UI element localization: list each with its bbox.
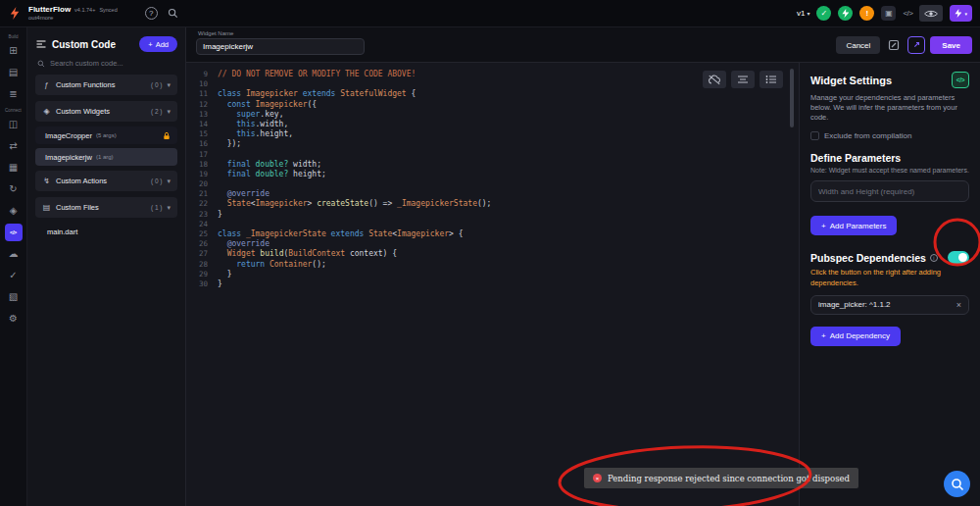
code-line[interactable]: 14 this.width,: [186, 120, 799, 129]
line-number: 15: [186, 129, 218, 139]
main-area: Widget Name Cancel Save 9// DO NOT REMOV: [186, 27, 980, 506]
code-line[interactable]: 16 });: [186, 139, 799, 149]
nav-settings-icon[interactable]: ⚙: [5, 310, 23, 328]
search-input[interactable]: [50, 59, 175, 68]
widget-name: Imagepickerjw: [45, 153, 92, 162]
align-lines-icon: [737, 75, 749, 84]
version-dropdown[interactable]: v1 ▾: [797, 9, 809, 18]
code-line[interactable]: 19 final double? height;: [186, 170, 799, 179]
cancel-button[interactable]: Cancel: [836, 36, 880, 54]
code-line[interactable]: 26 @override: [186, 239, 799, 249]
exclude-compilation-row: Exclude from compilation: [810, 131, 969, 140]
code-view-icon[interactable]: </>: [903, 9, 912, 18]
code-text: }: [218, 279, 222, 289]
code-line[interactable]: 25class _ImagepickerState extends State<…: [186, 229, 799, 239]
code-text: // DO NOT REMOVE OR MODIFY THE CODE ABOV…: [218, 70, 416, 79]
code-line[interactable]: 28 return Container();: [186, 260, 799, 270]
code-line[interactable]: 11class Imagepicker extends StatefulWidg…: [186, 89, 799, 99]
nav-integrations-icon[interactable]: ◈: [5, 202, 23, 220]
code-lines: 9// DO NOT REMOVE OR MODIFY THE CODE ABO…: [186, 63, 799, 289]
save-button[interactable]: Save: [930, 36, 972, 54]
nav-database-icon[interactable]: ◫: [5, 116, 23, 133]
section-custom-files[interactable]: ▤ Custom Files ( 1 ) ▾: [35, 197, 177, 218]
code-line[interactable]: 29 }: [186, 270, 799, 279]
code-line[interactable]: 22 State<Imagepicker> createState() => _…: [186, 199, 799, 209]
toast-message: Pending response rejected since connecti…: [608, 474, 850, 483]
file-item-maindart[interactable]: main.dart: [35, 223, 177, 240]
code-line[interactable]: 30}: [186, 279, 799, 289]
open-preview-button[interactable]: [907, 36, 925, 54]
status-ok-icon[interactable]: ✓: [816, 6, 831, 21]
remove-dependency-icon[interactable]: ×: [956, 300, 961, 310]
nav-api-calls-icon[interactable]: ⇄: [5, 137, 23, 155]
editor-scrollbar[interactable]: [790, 69, 794, 127]
code-line[interactable]: 24: [186, 220, 799, 229]
run-status-icon[interactable]: [838, 6, 853, 21]
exclude-compilation-checkbox[interactable]: [810, 131, 819, 140]
section-count: ( 1 ): [151, 204, 163, 211]
add-parameters-button[interactable]: + Add Parameters: [810, 216, 897, 235]
line-number: 21: [186, 189, 218, 199]
zoom-button[interactable]: [944, 471, 970, 497]
editor-toolbar: [703, 71, 783, 88]
section-label: Custom Actions: [56, 177, 146, 185]
nav-page-selector-icon[interactable]: ▤: [5, 64, 23, 81]
nav-cloud-functions-icon[interactable]: ☁: [5, 245, 23, 263]
nav-media-assets-icon[interactable]: ▧: [5, 288, 23, 306]
code-line[interactable]: 12 const Imagepicker({: [186, 100, 799, 110]
info-icon[interactable]: i: [930, 254, 938, 262]
nav-custom-code-icon[interactable]: </>: [5, 224, 23, 241]
pubspec-row: Pubspec Dependencies i: [810, 251, 969, 264]
help-icon[interactable]: ?: [145, 7, 158, 20]
dependency-item[interactable]: image_picker: ^1.1.2 ×: [810, 295, 969, 315]
nav-dashboard-icon[interactable]: ⊞: [5, 42, 23, 60]
panel-header: Custom Code + Add: [27, 27, 185, 57]
pubspec-title: Pubspec Dependencies: [810, 252, 926, 264]
code-line[interactable]: 27 Widget build(BuildContext context) {: [186, 249, 799, 259]
add-button[interactable]: + Add: [139, 36, 177, 52]
define-parameters-note: Note: Widget must accept these named par…: [810, 167, 969, 174]
code-line[interactable]: 23}: [186, 210, 799, 220]
toggle-line-numbers-button[interactable]: [760, 71, 783, 88]
preview-eye-icon[interactable]: [919, 5, 943, 22]
code-line[interactable]: 18 final double? width;: [186, 160, 799, 170]
widget-item-imagecropper[interactable]: ImageCropper (5 args): [35, 126, 177, 144]
settings-description: Manage your dependencies and parameters …: [810, 93, 969, 123]
deploy-button[interactable]: ▾: [950, 5, 972, 22]
nav-automations-icon[interactable]: ↻: [5, 180, 23, 198]
chevron-down-icon: ▾: [807, 10, 809, 17]
format-code-button[interactable]: [885, 36, 903, 54]
parameters-input[interactable]: [810, 180, 969, 202]
code-line[interactable]: 13 super.key,: [186, 110, 799, 120]
nav-checks-icon[interactable]: ✓: [5, 267, 23, 284]
widget-item-imagepickerjw[interactable]: Imagepickerjw (1 arg): [35, 148, 177, 166]
exclude-compilation-label: Exclude from compilation: [824, 131, 911, 140]
code-line[interactable]: 20: [186, 179, 799, 189]
pubspec-dependencies-toggle[interactable]: [948, 251, 969, 264]
custom-code-panel: Custom Code + Add ƒ Custom Functions ( 0…: [27, 27, 186, 506]
format-align-button[interactable]: [731, 71, 755, 88]
widget-name-input[interactable]: [196, 38, 365, 55]
section-custom-functions[interactable]: ƒ Custom Functions ( 0 ) ▾: [35, 75, 177, 95]
widget-bar-actions: Cancel Save: [836, 36, 972, 54]
search-icon[interactable]: [168, 8, 178, 19]
topbar-actions: v1 ▾ ✓ ! ▣ </> ▾: [797, 5, 972, 22]
code-editor[interactable]: 9// DO NOT REMOVE OR MODIFY THE CODE ABO…: [186, 63, 799, 506]
add-dependency-button[interactable]: + Add Dependency: [810, 327, 901, 346]
nav-widget-tree-icon[interactable]: ≣: [5, 85, 23, 103]
search-icon: [37, 60, 45, 68]
code-line[interactable]: 15 this.height,: [186, 129, 799, 139]
code-line[interactable]: 21 @override: [186, 189, 799, 199]
warnings-icon[interactable]: !: [859, 6, 874, 21]
section-custom-actions[interactable]: ↯ Custom Actions ( 0 ) ▾: [35, 171, 177, 191]
code-line[interactable]: 17: [186, 150, 799, 160]
section-custom-widgets[interactable]: ◈ Custom Widgets ( 2 ) ▾: [35, 101, 177, 122]
flutterflow-logo-icon: [8, 6, 23, 21]
nav-storage-icon[interactable]: ▦: [5, 159, 23, 177]
panel-title: Custom Code: [52, 39, 134, 50]
app-version: v4.1.74+: [74, 7, 95, 13]
tests-icon[interactable]: ▣: [881, 6, 896, 21]
compile-offline-button[interactable]: [703, 71, 726, 88]
project-name: out4more: [28, 15, 118, 22]
code-text: @override: [218, 189, 270, 199]
